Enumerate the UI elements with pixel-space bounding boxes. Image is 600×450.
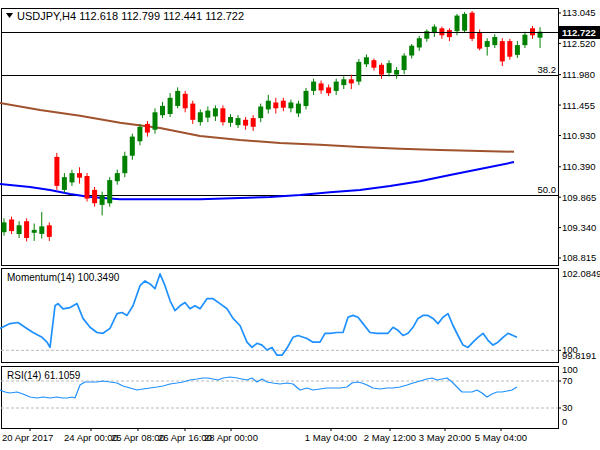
candle-body xyxy=(402,56,407,71)
candle-body xyxy=(462,14,467,31)
candle-body xyxy=(9,220,14,232)
candle-body xyxy=(115,173,120,181)
candle-body xyxy=(220,108,225,122)
candle-body xyxy=(168,98,173,114)
candle-body xyxy=(356,62,361,82)
candle-body xyxy=(296,104,301,114)
candle-body xyxy=(273,103,278,109)
candle-body xyxy=(198,112,203,122)
symbol-dropdown-icon[interactable] xyxy=(6,13,13,18)
candle-body xyxy=(341,79,346,85)
candle-body xyxy=(319,83,324,90)
candle-body xyxy=(281,101,286,108)
candle-body xyxy=(477,32,482,48)
mt4-chart-window: 38.250.0 112.722 113.045112.520111.98011… xyxy=(0,0,600,450)
candle-body xyxy=(507,41,512,57)
candle-body xyxy=(183,94,188,109)
fib-levels-layer: 38.250.0 xyxy=(1,64,558,196)
fib-level-label: 50.0 xyxy=(538,184,557,195)
current-price-line-layer: 112.722 xyxy=(1,26,600,39)
momentum-min-label: 99.8191 xyxy=(562,350,596,361)
candle-body xyxy=(130,137,135,156)
price-tick-label: 110.390 xyxy=(562,161,596,172)
price-tick-label: 108.815 xyxy=(562,252,596,263)
candle-body xyxy=(492,37,497,45)
candle-body xyxy=(379,65,384,75)
ma-blue-line xyxy=(0,162,514,199)
main-price-panel[interactable] xyxy=(1,8,558,265)
time-axis[interactable]: 20 Apr 201724 Apr 00:0025 Apr 08:0026 Ap… xyxy=(2,428,527,443)
price-tick-label: 111.980 xyxy=(562,69,595,80)
candle-body xyxy=(515,45,520,55)
candle-body xyxy=(32,230,37,233)
candle-body xyxy=(54,157,59,186)
candle-body xyxy=(70,173,75,182)
time-tick-label: 25 Apr 08:00 xyxy=(111,432,165,443)
candle-body xyxy=(17,225,22,234)
candle-body xyxy=(77,173,82,178)
candle-body xyxy=(39,226,44,234)
momentum-line xyxy=(0,274,517,355)
candle-body xyxy=(205,111,210,118)
candle-body xyxy=(100,195,105,205)
candle-body xyxy=(85,176,90,199)
rsi-label: RSI(14) 61.1059 xyxy=(7,370,81,381)
chart-title: USDJPY,H4 112.618 112.799 112.441 112.72… xyxy=(17,10,244,22)
rsi-level-label: 30 xyxy=(562,402,573,413)
candle-body xyxy=(122,156,127,173)
rsi-level-label: 100 xyxy=(562,364,578,375)
price-tick-label: 110.930 xyxy=(562,130,596,141)
candle-body xyxy=(92,190,97,203)
time-tick-label: 2 May 12:00 xyxy=(364,432,416,443)
candle-body xyxy=(326,87,331,93)
indicator-lines-layer xyxy=(0,274,558,408)
candle-body xyxy=(311,82,316,91)
candle-body xyxy=(251,118,256,127)
price-axis[interactable]: 113.045112.520111.980111.455110.930110.3… xyxy=(558,7,600,427)
candle-body xyxy=(530,28,535,35)
current-price-label: 112.722 xyxy=(562,27,596,38)
candle-body xyxy=(394,70,399,75)
candles-layer xyxy=(2,11,543,242)
candle-body xyxy=(175,91,180,106)
candle-body xyxy=(107,180,112,203)
price-tick-label: 111.455 xyxy=(562,100,595,111)
time-tick-label: 3 May 20:00 xyxy=(419,432,471,443)
candle-body xyxy=(500,41,505,61)
momentum-label: Momentum(14) 100.3490 xyxy=(7,272,120,283)
candle-body xyxy=(24,221,29,238)
rsi-panel[interactable] xyxy=(1,366,558,428)
time-tick-label: 5 May 04:00 xyxy=(475,432,527,443)
candle-body xyxy=(2,222,7,232)
candle-body xyxy=(439,28,444,35)
candle-body xyxy=(213,108,218,116)
candle-body xyxy=(485,41,490,47)
candle-body xyxy=(447,30,452,37)
price-tick-label: 109.865 xyxy=(562,192,596,203)
time-tick-label: 24 Apr 00:00 xyxy=(64,432,118,443)
moving-averages-layer xyxy=(0,103,514,199)
candle-body xyxy=(417,38,422,47)
candle-body xyxy=(522,35,527,45)
candle-body xyxy=(409,46,414,56)
candle-body xyxy=(349,79,354,83)
candle-body xyxy=(455,16,460,32)
fib-level-label: 38.2 xyxy=(538,64,557,75)
time-tick-label: 20 Apr 2017 xyxy=(2,432,53,443)
candle-body xyxy=(47,225,52,237)
price-tick-label: 113.045 xyxy=(562,7,596,18)
candle-body xyxy=(62,177,67,190)
ma-brown-line xyxy=(0,103,514,152)
price-tick-label: 112.520 xyxy=(562,38,596,49)
time-tick-label: 1 May 04:00 xyxy=(305,432,357,443)
candle-body xyxy=(243,120,248,126)
rsi-level-label: 70 xyxy=(562,375,573,386)
candle-body xyxy=(364,57,369,64)
time-tick-label: 28 Apr 00:00 xyxy=(204,432,258,443)
candle-body xyxy=(288,103,293,109)
rsi-level-label: 0 xyxy=(562,416,567,427)
candle-body xyxy=(145,124,150,133)
candle-body xyxy=(304,91,309,106)
candle-body xyxy=(153,112,158,129)
candle-body xyxy=(334,82,339,91)
